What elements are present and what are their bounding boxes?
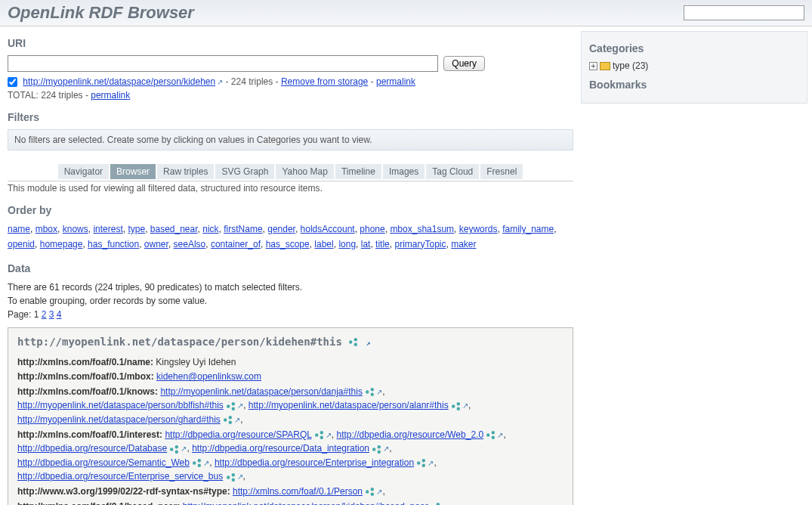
external-link-icon[interactable]: ↗ xyxy=(366,339,371,347)
tab-browser[interactable]: Browser xyxy=(110,164,156,179)
value-link[interactable]: kidehen@openlinksw.com xyxy=(156,371,261,382)
query-button[interactable]: Query xyxy=(443,56,485,71)
value-link[interactable]: http://myopenlink.net/dataspace/person/g… xyxy=(17,414,221,425)
orderby-name[interactable]: name xyxy=(8,224,30,234)
orderby-nick[interactable]: nick xyxy=(202,224,218,234)
value-link[interactable]: http://dbpedia.org/resource/Web_2.0 xyxy=(337,429,484,440)
orderby-holdsAccount[interactable]: holdsAccount xyxy=(301,224,355,234)
rdf-icon[interactable] xyxy=(486,431,495,439)
rdf-icon[interactable] xyxy=(224,416,232,424)
rdf-icon[interactable] xyxy=(227,473,235,482)
value-link[interactable]: http://xmlns.com/foaf/0.1/Person xyxy=(233,486,363,497)
rdf-icon[interactable] xyxy=(417,459,425,467)
tab-tag-cloud[interactable]: Tag Cloud xyxy=(426,164,479,179)
rdf-icon[interactable] xyxy=(170,445,178,454)
orderby-title[interactable]: title xyxy=(375,239,390,249)
value-link[interactable]: http://myopenlink.net/dataspace/person/b… xyxy=(17,400,224,411)
property-line: http://xmlns.com/foaf/0.1/based_near: ht… xyxy=(17,500,563,505)
remove-storage-link[interactable]: Remove from storage xyxy=(281,76,368,87)
external-link-icon[interactable]: ↗ xyxy=(376,388,382,396)
external-link-icon[interactable]: ↗ xyxy=(181,445,187,453)
svg-point-1 xyxy=(354,338,357,341)
uri-input[interactable] xyxy=(8,55,438,72)
orderby-interest[interactable]: interest xyxy=(93,224,122,234)
orderby-openid[interactable]: openid xyxy=(8,239,35,249)
external-link-icon[interactable]: ↗ xyxy=(237,472,243,481)
top-search-input[interactable] xyxy=(684,5,804,20)
orderby-keywords[interactable]: keywords xyxy=(459,224,498,234)
orderby-knows[interactable]: knows xyxy=(63,224,88,234)
orderby-family_name[interactable]: family_name xyxy=(502,224,554,234)
svg-point-2 xyxy=(354,343,357,346)
tree-expand-icon[interactable]: + xyxy=(589,62,597,70)
orderby-label[interactable]: label xyxy=(314,239,333,249)
orderby-firstName[interactable]: firstName xyxy=(224,224,262,234)
tab-timeline[interactable]: Timeline xyxy=(335,164,381,179)
rdf-icon[interactable] xyxy=(227,402,235,411)
orderby-lat[interactable]: lat xyxy=(361,239,371,249)
orderby-type[interactable]: type xyxy=(128,224,145,234)
permalink-link[interactable]: permalink xyxy=(376,76,415,87)
page-link[interactable]: 3 xyxy=(49,309,54,320)
value-link[interactable]: http://myopenlink.net/dataspace/person/k… xyxy=(183,501,428,505)
value-link[interactable]: http://dbpedia.org/resource/SPARQL xyxy=(165,429,311,440)
tab-bar: NavigatorBrowserRaw triplesSVG GraphYaho… xyxy=(8,164,573,179)
svg-point-7 xyxy=(232,402,235,405)
svg-point-20 xyxy=(492,436,495,439)
loaded-uri-link[interactable]: http://myopenlink.net/dataspace/person/k… xyxy=(23,76,215,87)
external-link-icon[interactable]: ↗ xyxy=(462,401,468,410)
orderby-homepage[interactable]: homepage xyxy=(40,239,83,249)
external-link-icon[interactable]: ↗ xyxy=(237,401,243,410)
external-link-icon[interactable]: ↗ xyxy=(383,445,389,453)
orderby-mbox[interactable]: mbox xyxy=(36,224,57,234)
rdf-icon[interactable] xyxy=(452,402,460,411)
orderby-gender[interactable]: gender xyxy=(267,224,295,234)
external-link-icon[interactable]: ↗ xyxy=(234,416,240,424)
value-link[interactable]: http://dbpedia.org/resource/Database xyxy=(17,443,167,454)
tab-yahoo-map[interactable]: Yahoo Map xyxy=(276,164,334,179)
value-link[interactable]: http://dbpedia.org/resource/Enterprise_i… xyxy=(215,457,414,468)
tab-raw-triples[interactable]: Raw triples xyxy=(157,164,214,179)
orderby-container_of[interactable]: container_of xyxy=(211,239,261,249)
external-link-icon[interactable]: ↗ xyxy=(428,459,434,467)
value-link[interactable]: http://myopenlink.net/dataspace/person/a… xyxy=(249,400,449,411)
rdf-icon[interactable] xyxy=(366,388,374,396)
tab-svg-graph[interactable]: SVG Graph xyxy=(215,164,274,179)
total-permalink[interactable]: permalink xyxy=(91,90,130,101)
rdf-icon[interactable] xyxy=(366,488,374,496)
value-link[interactable]: http://dbpedia.org/resource/Semantic_Web xyxy=(17,457,190,468)
uri-checkbox[interactable] xyxy=(8,77,17,87)
orderby-seeAlso[interactable]: seeAlso xyxy=(174,239,206,249)
rdf-icon[interactable] xyxy=(372,445,381,454)
svg-point-25 xyxy=(378,445,381,448)
orderby-owner[interactable]: owner xyxy=(144,239,168,249)
rdf-icon[interactable] xyxy=(193,459,201,467)
tab-images[interactable]: Images xyxy=(383,164,425,179)
predicate: http://xmlns.com/foaf/0.1/name: xyxy=(17,357,153,367)
value-link[interactable]: http://dbpedia.org/resource/Enterprise_s… xyxy=(17,471,223,482)
orderby-phone[interactable]: phone xyxy=(360,224,384,234)
orderby-long[interactable]: long xyxy=(338,239,356,249)
svg-point-14 xyxy=(229,421,232,424)
value-link[interactable]: http://myopenlink.net/dataspace/person/d… xyxy=(160,386,363,397)
external-link-icon[interactable]: ↗ xyxy=(497,431,503,439)
tab-fresnel[interactable]: Fresnel xyxy=(480,164,523,179)
orderby-mbox_sha1sum[interactable]: mbox_sha1sum xyxy=(390,224,454,234)
page-link[interactable]: 2 xyxy=(42,309,47,320)
rdf-icon[interactable] xyxy=(349,338,357,346)
orderby-has_scope[interactable]: has_scope xyxy=(266,239,310,249)
value-link[interactable]: http://dbpedia.org/resource/Data_integra… xyxy=(192,443,369,454)
orderby-primaryTopic[interactable]: primaryTopic xyxy=(394,239,446,249)
orderby-has_function[interactable]: has_function xyxy=(88,239,139,249)
rdf-icon[interactable] xyxy=(315,431,323,439)
svg-point-31 xyxy=(422,459,425,462)
external-link-icon[interactable]: ↗ xyxy=(442,503,448,505)
external-link-icon[interactable]: ↗ xyxy=(376,488,382,496)
page-link[interactable]: 4 xyxy=(57,309,62,320)
tab-navigator[interactable]: Navigator xyxy=(58,164,109,179)
category-item[interactable]: type (23) xyxy=(613,60,648,71)
external-link-icon[interactable]: ↗ xyxy=(326,431,332,439)
orderby-based_near[interactable]: based_near xyxy=(150,224,198,234)
external-link-icon[interactable]: ↗ xyxy=(203,459,209,467)
orderby-maker[interactable]: maker xyxy=(451,239,476,249)
